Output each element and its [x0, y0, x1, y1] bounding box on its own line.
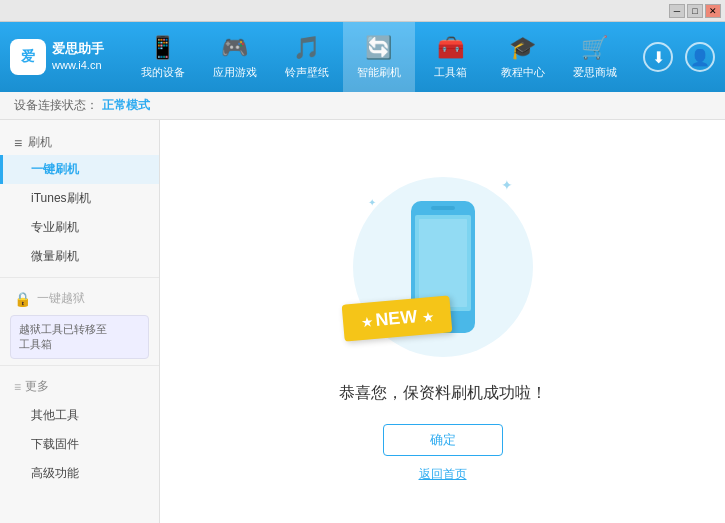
- nav-my-device-label: 我的设备: [141, 65, 185, 80]
- nav-right: ⬇ 👤: [643, 42, 715, 72]
- sparkle-top-right: ✦: [501, 177, 513, 193]
- logo-area: 爱 爱思助手 www.i4.cn: [10, 39, 104, 75]
- logo-text: 爱思助手 www.i4.cn: [52, 40, 104, 74]
- sidebar-item-advanced[interactable]: 高级功能: [0, 459, 159, 488]
- sidebar-item-download-firmware[interactable]: 下载固件: [0, 430, 159, 459]
- minimize-button[interactable]: ─: [669, 4, 685, 18]
- nav-toolbox-label: 工具箱: [434, 65, 467, 80]
- tutorials-icon: 🎓: [509, 35, 536, 61]
- sidebar-item-one-key-flash[interactable]: 一键刷机: [0, 155, 159, 184]
- new-badge-text: NEW: [374, 306, 418, 330]
- jailbreak-note: 越狱工具已转移至工具箱: [10, 315, 149, 359]
- sidebar: ≡ 刷机 一键刷机 iTunes刷机 专业刷机 微量刷机 🔒 一键越狱 越狱工具…: [0, 120, 160, 523]
- title-bar: ─ □ ✕: [0, 0, 725, 22]
- divider-2: [0, 365, 159, 366]
- sidebar-section-flash: ≡ 刷机: [0, 128, 159, 155]
- nav-apps-games-label: 应用游戏: [213, 65, 257, 80]
- nav-ringtones-label: 铃声壁纸: [285, 65, 329, 80]
- smart-flash-icon: 🔄: [365, 35, 392, 61]
- shop-icon: 🛒: [581, 35, 608, 61]
- nav-tutorials[interactable]: 🎓 教程中心: [487, 22, 559, 92]
- nav-apps-games[interactable]: 🎮 应用游戏: [199, 22, 271, 92]
- svg-rect-4: [419, 219, 467, 307]
- download-button[interactable]: ⬇: [643, 42, 673, 72]
- sidebar-item-itunes-flash[interactable]: iTunes刷机: [0, 184, 159, 213]
- nav-smart-flash[interactable]: 🔄 智能刷机: [343, 22, 415, 92]
- apps-games-icon: 🎮: [221, 35, 248, 61]
- nav-items: 📱 我的设备 🎮 应用游戏 🎵 铃声壁纸 🔄 智能刷机 🧰 工具箱 🎓 教程中心…: [124, 22, 633, 92]
- nav-shop-label: 爱思商城: [573, 65, 617, 80]
- sidebar-item-other-tools[interactable]: 其他工具: [0, 401, 159, 430]
- top-nav: 爱 爱思助手 www.i4.cn 📱 我的设备 🎮 应用游戏 🎵 铃声壁纸 🔄 …: [0, 22, 725, 92]
- svg-rect-3: [431, 206, 455, 210]
- ringtones-icon: 🎵: [293, 35, 320, 61]
- divider-1: [0, 277, 159, 278]
- status-bar: 设备连接状态： 正常模式: [0, 92, 725, 120]
- flash-section-icon: ≡: [14, 135, 22, 151]
- sparkle-top-left: ✦: [368, 197, 376, 208]
- toolbox-icon: 🧰: [437, 35, 464, 61]
- nav-smart-flash-label: 智能刷机: [357, 65, 401, 80]
- jailbreak-label: 一键越狱: [37, 290, 85, 307]
- jailbreak-icon: 🔒: [14, 291, 31, 307]
- my-device-icon: 📱: [149, 35, 176, 61]
- main-area: ≡ 刷机 一键刷机 iTunes刷机 专业刷机 微量刷机 🔒 一键越狱 越狱工具…: [0, 120, 725, 523]
- window-controls: ─ □ ✕: [669, 4, 721, 18]
- brand-name: 爱思助手: [52, 40, 104, 58]
- more-section-icon: ≡: [14, 380, 21, 394]
- user-button[interactable]: 👤: [685, 42, 715, 72]
- nav-tutorials-label: 教程中心: [501, 65, 545, 80]
- sidebar-section-jailbreak: 🔒 一键越狱: [0, 284, 159, 311]
- jailbreak-note-text: 越狱工具已转移至工具箱: [19, 323, 107, 350]
- content-area: ✦ ✦ NEW 恭喜您，保资料刷机成功啦！ 确定 返: [160, 120, 725, 523]
- sidebar-section-more: ≡ 更多: [0, 372, 159, 401]
- close-button[interactable]: ✕: [705, 4, 721, 18]
- nav-my-device[interactable]: 📱 我的设备: [127, 22, 199, 92]
- status-value: 正常模式: [102, 97, 150, 114]
- logo-icon: 爱: [10, 39, 46, 75]
- back-home-link[interactable]: 返回首页: [419, 466, 467, 483]
- phone-illustration: ✦ ✦ NEW: [353, 167, 533, 367]
- confirm-button[interactable]: 确定: [383, 424, 503, 456]
- sidebar-item-downgrade-flash[interactable]: 微量刷机: [0, 242, 159, 271]
- nav-ringtones[interactable]: 🎵 铃声壁纸: [271, 22, 343, 92]
- more-section-label: 更多: [25, 378, 49, 395]
- flash-section-label: 刷机: [28, 134, 52, 151]
- sidebar-item-pro-flash[interactable]: 专业刷机: [0, 213, 159, 242]
- nav-toolbox[interactable]: 🧰 工具箱: [415, 22, 487, 92]
- maximize-button[interactable]: □: [687, 4, 703, 18]
- brand-website: www.i4.cn: [52, 58, 104, 73]
- success-text: 恭喜您，保资料刷机成功啦！: [339, 383, 547, 404]
- nav-shop[interactable]: 🛒 爱思商城: [559, 22, 631, 92]
- status-label: 设备连接状态：: [14, 97, 98, 114]
